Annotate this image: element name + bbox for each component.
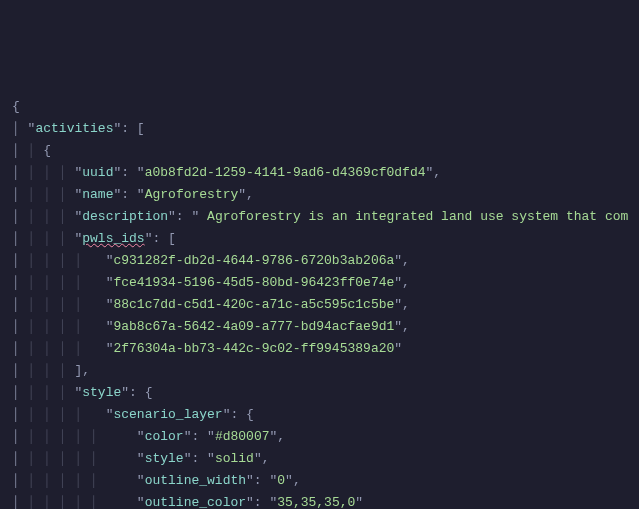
code-line: │ │ {: [12, 143, 51, 158]
json-key: color: [145, 429, 184, 444]
json-key: activities: [35, 121, 113, 136]
code-line: │ │ │ │ "description": " Agroforestry is…: [12, 209, 628, 224]
json-key: uuid: [82, 165, 113, 180]
code-line: │ │ │ │ │ "fce41934-5196-45d5-80bd-96423…: [12, 275, 410, 290]
code-line: │ │ │ │ │ "scenario_layer": {: [12, 407, 254, 422]
code-line: │ │ │ │ │ │ "color": "#d80007",: [12, 429, 285, 444]
code-line: │ │ │ │ │ │ "style": "solid",: [12, 451, 270, 466]
json-key: name: [82, 187, 113, 202]
json-code-viewer: { │ "activities": [ │ │ { │ │ │ │ "uuid"…: [12, 96, 627, 509]
json-string: Agroforestry is an integrated land use s…: [199, 209, 628, 224]
code-line: │ │ │ │ "style": {: [12, 385, 152, 400]
json-key: style: [82, 385, 121, 400]
code-line: │ │ │ │ "uuid": "a0b8fd2d-1259-4141-9ad6…: [12, 165, 441, 180]
json-string: fce41934-5196-45d5-80bd-96423ff0e74e: [113, 275, 394, 290]
json-string: a0b8fd2d-1259-4141-9ad6-d4369cf0dfd4: [145, 165, 426, 180]
json-key: scenario_layer: [113, 407, 222, 422]
json-key-error: pwls_ids: [82, 231, 144, 246]
code-line: {: [12, 99, 20, 114]
code-line: │ │ │ │ │ "9ab8c67a-5642-4a09-a777-bd94a…: [12, 319, 410, 334]
code-line: │ │ │ │ "pwls_ids": [: [12, 231, 176, 246]
code-line: │ │ │ │ │ "c931282f-db2d-4644-9786-6720b…: [12, 253, 410, 268]
json-string: 88c1c7dd-c5d1-420c-a71c-a5c595c1c5be: [113, 297, 394, 312]
code-line: │ │ │ │ "name": "Agroforestry",: [12, 187, 254, 202]
json-key: description: [82, 209, 168, 224]
json-string: Agroforestry: [145, 187, 239, 202]
json-string: 35,35,35,0: [277, 495, 355, 509]
json-key: outline_width: [145, 473, 246, 488]
json-string: 2f76304a-bb73-442c-9c02-ff9945389a20: [113, 341, 394, 356]
json-string: c931282f-db2d-4644-9786-6720b3ab206a: [113, 253, 394, 268]
json-string: solid: [215, 451, 254, 466]
json-key: outline_color: [145, 495, 246, 509]
json-string: 0: [277, 473, 285, 488]
code-line: │ │ │ │ │ │ "outline_width": "0",: [12, 473, 301, 488]
json-string: #d80007: [215, 429, 270, 444]
json-string: 9ab8c67a-5642-4a09-a777-bd94acfae9d1: [113, 319, 394, 334]
code-line: │ "activities": [: [12, 121, 145, 136]
code-line: │ │ │ │ │ "88c1c7dd-c5d1-420c-a71c-a5c59…: [12, 297, 410, 312]
code-line: │ │ │ │ │ │ "outline_color": "35,35,35,0…: [12, 495, 363, 509]
code-line: │ │ │ │ ],: [12, 363, 90, 378]
json-key: style: [145, 451, 184, 466]
code-line: │ │ │ │ │ "2f76304a-bb73-442c-9c02-ff994…: [12, 341, 402, 356]
